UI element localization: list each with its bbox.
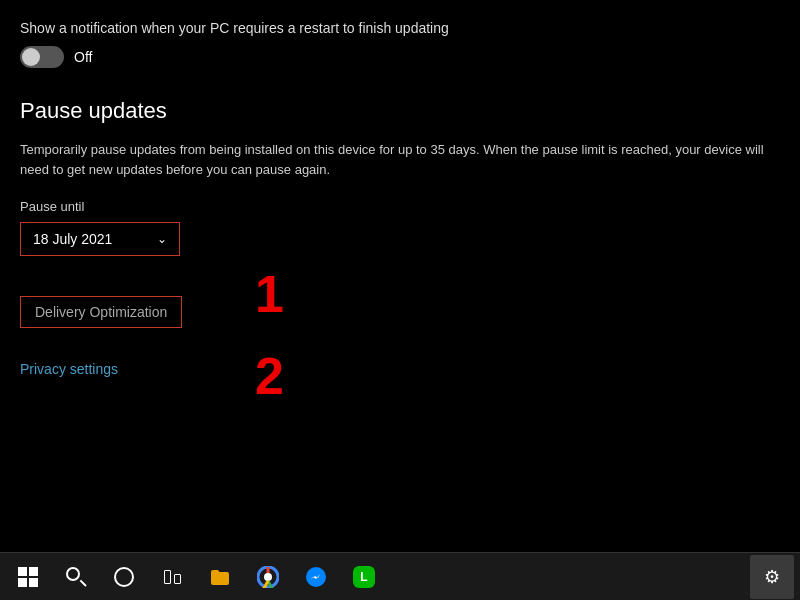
file-explorer-button[interactable]	[198, 555, 242, 599]
line-icon: L	[353, 566, 375, 588]
date-dropdown[interactable]: 18 July 2021 ⌄	[20, 222, 180, 256]
pause-updates-desc: Temporarily pause updates from being ins…	[20, 140, 770, 179]
main-content: Show a notification when your PC require…	[0, 0, 800, 535]
search-icon	[66, 567, 86, 587]
windows-icon	[18, 567, 38, 587]
taskbar-right: ⚙	[750, 555, 794, 599]
svg-point-1	[264, 573, 272, 581]
search-button[interactable]	[54, 555, 98, 599]
taskbar: L ⚙	[0, 552, 800, 600]
gear-icon: ⚙	[764, 566, 780, 588]
taskview-button[interactable]	[150, 555, 194, 599]
start-button[interactable]	[6, 555, 50, 599]
pause-updates-title: Pause updates	[20, 98, 780, 124]
notification-text: Show a notification when your PC require…	[20, 20, 760, 36]
pause-updates-section: Pause updates Temporarily pause updates …	[20, 98, 780, 397]
toggle-container: Off	[20, 46, 780, 68]
chevron-down-icon: ⌄	[157, 232, 167, 246]
line-button[interactable]: L	[342, 555, 386, 599]
cortana-icon	[114, 567, 134, 587]
chrome-button[interactable]	[246, 555, 290, 599]
folder-icon	[209, 566, 231, 588]
messenger-button[interactable]	[294, 555, 338, 599]
settings-button[interactable]: ⚙	[750, 555, 794, 599]
cortana-button[interactable]	[102, 555, 146, 599]
date-value: 18 July 2021	[33, 231, 112, 247]
notification-toggle[interactable]	[20, 46, 64, 68]
chrome-icon	[257, 566, 279, 588]
pause-until-label: Pause until	[20, 199, 780, 214]
toggle-knob	[22, 48, 40, 66]
toggle-label: Off	[74, 49, 92, 65]
delivery-optimization-button[interactable]: Delivery Optimization	[20, 296, 182, 328]
messenger-icon	[305, 566, 327, 588]
taskview-icon	[164, 570, 181, 584]
privacy-settings-link[interactable]: Privacy settings	[20, 361, 118, 377]
